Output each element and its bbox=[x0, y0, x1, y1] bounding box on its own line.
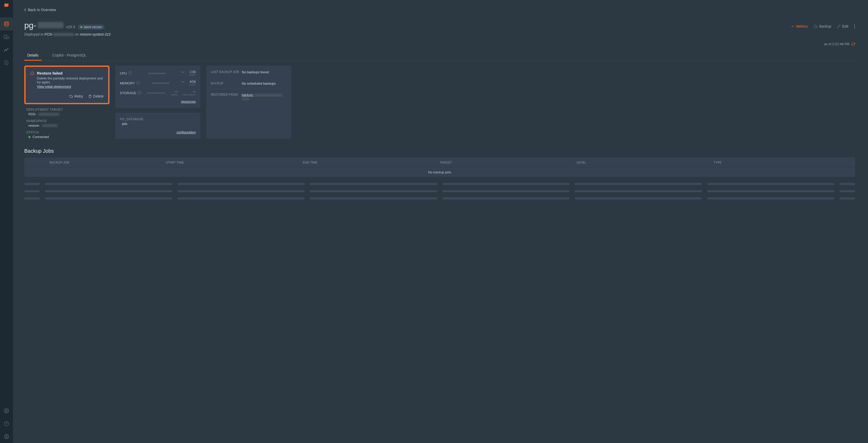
svg-point-10 bbox=[6, 435, 7, 437]
col-start-time: START TIME bbox=[166, 161, 303, 164]
restore-failed-alert: Restore failed Delete the partially rest… bbox=[24, 66, 110, 104]
delete-button[interactable]: Delete bbox=[88, 94, 103, 98]
metrics-icon[interactable] bbox=[0, 43, 13, 56]
restored-from-link[interactable]: backup- bbox=[242, 93, 254, 97]
backup-schedule-value: No scheduled backups bbox=[242, 81, 287, 86]
restored-from-value: backup- bbox=[242, 93, 287, 101]
user-icon[interactable] bbox=[0, 430, 13, 443]
status-dot bbox=[80, 26, 82, 28]
storage-bar bbox=[147, 92, 165, 94]
back-link-label: Back to Overview bbox=[28, 8, 56, 12]
trash-icon bbox=[88, 95, 92, 98]
help-icon[interactable] bbox=[0, 417, 13, 430]
deployment-target-value: PDS- bbox=[26, 112, 107, 116]
help-icon[interactable]: ? bbox=[136, 81, 140, 85]
deployment-target-label: DEPLOYMENT TARGET bbox=[26, 108, 107, 111]
database-icon[interactable] bbox=[0, 18, 13, 30]
pgdb-label: PG_DATABASE bbox=[120, 117, 196, 121]
pgdb-value: pds bbox=[120, 122, 196, 126]
tab-details[interactable]: Details bbox=[24, 50, 41, 61]
pencil-icon bbox=[837, 25, 841, 28]
col-type: TYPE bbox=[714, 161, 850, 164]
backup-button[interactable]: Backup bbox=[813, 24, 831, 28]
cloud-icon bbox=[813, 25, 818, 28]
page-title: pg- bbox=[24, 21, 64, 30]
deployed-info: Deployed to PDS- on restore-systest-2z2 bbox=[24, 32, 111, 36]
svg-point-0 bbox=[5, 22, 8, 23]
latest-version-badge: latest version bbox=[78, 25, 105, 30]
cpu-bar bbox=[148, 73, 166, 74]
help-icon[interactable]: ? bbox=[138, 91, 141, 95]
edit-button[interactable]: Edit bbox=[837, 24, 848, 28]
warning-icon bbox=[30, 71, 34, 75]
table-header: BACKUP JOB START TIME END TIME TARGET LE… bbox=[24, 158, 855, 167]
status-value: Connected bbox=[26, 135, 107, 139]
retry-icon bbox=[69, 95, 73, 98]
last-backup-label: LAST BACKUP JOB bbox=[211, 70, 242, 74]
alert-description: Delete the partially restored deployment… bbox=[37, 76, 103, 84]
main-content: Back to Overview pg- v15.3 latest versio… bbox=[13, 0, 868, 443]
back-link[interactable]: Back to Overview bbox=[24, 8, 56, 12]
view-initial-deployment-link[interactable]: View initial deployment bbox=[37, 84, 71, 89]
resources-link[interactable]: resources bbox=[120, 100, 196, 103]
more-button[interactable] bbox=[854, 24, 855, 28]
memory-label: MEMORY? bbox=[120, 81, 140, 85]
last-updated: as of 2:22:46 PM bbox=[24, 42, 855, 46]
chevron-left-icon bbox=[24, 8, 26, 11]
col-backup-job: BACKUP JOB bbox=[29, 161, 166, 164]
header-actions: Metrics Backup Edit bbox=[791, 24, 855, 28]
cpu-label: CPU? bbox=[120, 71, 132, 75]
col-target: TARGET bbox=[440, 161, 577, 164]
status-card: Restore failed Delete the partially rest… bbox=[24, 66, 110, 139]
skeleton-rows bbox=[24, 180, 855, 202]
memory-bar bbox=[152, 82, 170, 84]
svg-text:$: $ bbox=[6, 62, 7, 64]
cost-icon[interactable]: $ bbox=[0, 56, 13, 69]
status-label: STATUS bbox=[26, 131, 107, 134]
svg-point-13 bbox=[854, 28, 855, 28]
col-end-time: END TIME bbox=[303, 161, 439, 164]
svg-point-12 bbox=[854, 26, 855, 27]
svg-point-1 bbox=[4, 50, 5, 52]
svg-point-11 bbox=[854, 25, 855, 25]
version-label: v15.3 bbox=[66, 25, 75, 29]
svg-point-6 bbox=[6, 410, 7, 411]
namespace-label: NAMESPACE bbox=[26, 119, 107, 123]
cloud-upload-icon[interactable] bbox=[0, 30, 13, 43]
svg-point-7 bbox=[4, 421, 9, 426]
tabs: Details Copilot - PostgreSQL bbox=[24, 50, 855, 61]
table-empty-message: No backup jobs bbox=[24, 167, 855, 177]
configuration-link[interactable]: configuration bbox=[120, 130, 196, 134]
backup-info-card: LAST BACKUP JOB No backups found BACKUP … bbox=[206, 66, 291, 139]
logo bbox=[4, 3, 9, 10]
refresh-icon[interactable] bbox=[851, 42, 855, 46]
chart-icon bbox=[791, 25, 795, 28]
settings-icon[interactable] bbox=[0, 404, 13, 417]
last-backup-value: No backups found bbox=[242, 70, 287, 74]
sidebar: $ bbox=[0, 0, 13, 443]
storage-label: STORAGE? bbox=[120, 91, 141, 95]
metrics-button[interactable]: Metrics bbox=[791, 24, 808, 28]
namespace-value: restore- bbox=[26, 124, 107, 128]
restored-from-label: RESTORED FROM bbox=[211, 93, 242, 101]
retry-button[interactable]: Retry bbox=[69, 94, 83, 98]
tab-copilot[interactable]: Copilot - PostgreSQL bbox=[49, 50, 90, 61]
col-level: LEVEL bbox=[577, 161, 714, 164]
alert-title: Restore failed bbox=[37, 71, 103, 75]
kebab-icon bbox=[854, 24, 855, 28]
help-icon[interactable]: ? bbox=[128, 71, 132, 75]
backup-schedule-label: BACKUP bbox=[211, 81, 242, 86]
backup-jobs-title: Backup Jobs bbox=[24, 148, 855, 154]
resources-card: CPU? --- 2.00LIMIT MEMORY? --- 4GBLIMIT bbox=[115, 66, 200, 139]
